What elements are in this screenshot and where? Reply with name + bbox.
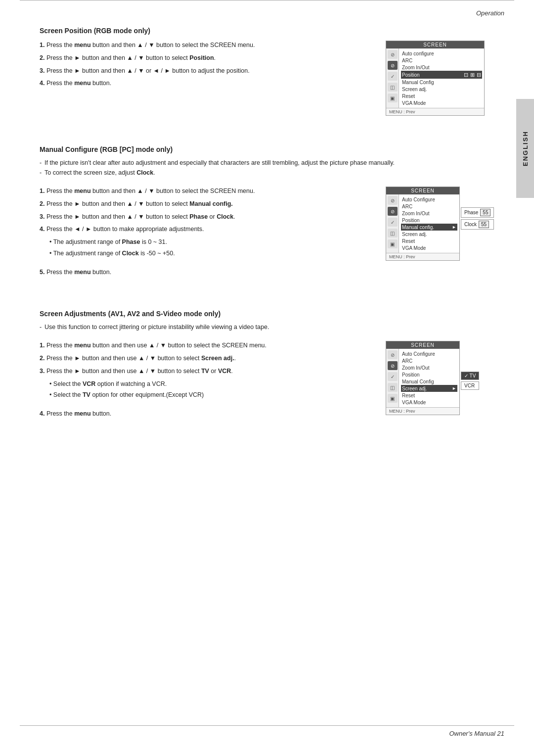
menu-2-submenu: Phase 55 Clock 55 bbox=[461, 187, 494, 261]
menu-1-body: ⊘ ⊘ ✓ ◫ ▣ Auto configure ARC Zoom In/Out bbox=[386, 48, 484, 108]
menu-3-item-vgamode: VGA Mode bbox=[401, 399, 457, 406]
menu-3-submenu: ✓ TV VCR bbox=[461, 341, 479, 415]
bottom-area: Owner's Manual 21 bbox=[0, 725, 534, 741]
icon-3-1: ⊘ bbox=[388, 350, 398, 359]
position-icons: ⊡ ⊞ ⊟ bbox=[464, 72, 481, 78]
submenu-tv: ✓ TV bbox=[461, 372, 479, 380]
icon-4: ◫ bbox=[388, 83, 398, 92]
menu-3-icons: ⊘ ⊘ ✓ ◫ ▣ bbox=[386, 349, 399, 407]
sub-step-2-2: The adjustment range of Clock is -50 ~ +… bbox=[49, 249, 371, 258]
section-2-body: 1. Press the menu button and then ▲ / ▼ … bbox=[40, 187, 494, 280]
icon-3-2: ⊘ bbox=[388, 361, 398, 370]
menu-item-arc: ARC bbox=[401, 57, 482, 64]
step-1-1: 1. Press the menu button and then ▲ / ▼ … bbox=[40, 41, 371, 50]
menu-diagram-2-inner: SCREEN ⊘ ⊘ ✓ ◫ ▣ Auto Conf bbox=[386, 187, 460, 261]
icon-3-5: ▣ bbox=[388, 394, 398, 403]
section-screen-position: Screen Position (RGB mode only) 1. Press… bbox=[40, 27, 494, 116]
menu-1-footer: MENU : Prev bbox=[386, 108, 484, 115]
icon-5: ▣ bbox=[388, 94, 398, 102]
icon-2-3: ✓ bbox=[388, 218, 398, 227]
menu-2-item-reset: Reset bbox=[401, 237, 457, 244]
menu-diagram-3-inner: SCREEN ⊘ ⊘ ✓ ◫ ▣ Auto Conf bbox=[386, 341, 460, 415]
section-1-body: 1. Press the menu button and then ▲ / ▼ … bbox=[40, 41, 494, 116]
step-2-2: 2. Press the ► button and then ▲ / ▼ but… bbox=[40, 199, 371, 209]
menu-diagram-2: SCREEN ⊘ ⊘ ✓ ◫ ▣ Auto Conf bbox=[386, 187, 494, 261]
header-title: Operation bbox=[476, 9, 504, 17]
icon-2-1: ⊘ bbox=[388, 196, 398, 205]
menu-2-item-manualconfig: Manual config. ► bbox=[401, 224, 457, 231]
menu-1-items: Auto configure ARC Zoom In/Out Position … bbox=[399, 48, 484, 108]
step-1-3: 3. Press the ► button and then ▲ / ▼ or … bbox=[40, 66, 371, 76]
section-2-steps: 1. Press the menu button and then ▲ / ▼ … bbox=[40, 187, 371, 280]
submenu-vcr: VCR bbox=[461, 381, 479, 390]
menu-3-body: ⊘ ⊘ ✓ ◫ ▣ Auto Configure ARC Zoom In/Out bbox=[386, 349, 459, 407]
sidebar-english-label: ENGLISH bbox=[516, 99, 534, 198]
menu-2-item-vgamode: VGA Mode bbox=[401, 244, 457, 251]
menu-1-icons: ⊘ ⊘ ✓ ◫ ▣ bbox=[386, 48, 399, 108]
sub-step-3-1: Select the VCR option if watching a VCR. bbox=[49, 379, 371, 389]
step-3-3: 3. Press the ► button and then use ▲ / ▼… bbox=[40, 367, 371, 376]
header: Operation bbox=[0, 4, 534, 17]
icon-3-4: ◫ bbox=[388, 383, 398, 392]
footer-text: Owner's Manual 21 bbox=[449, 730, 504, 737]
menu-3-footer: MENU : Prev bbox=[386, 407, 459, 415]
menu-2-item-position: Position bbox=[401, 217, 457, 224]
icon-2-4: ◫ bbox=[388, 229, 398, 237]
menu-2-item-arc: ARC bbox=[401, 203, 457, 210]
menu-item-position: Position ⊡ ⊞ ⊟ bbox=[401, 71, 482, 79]
icon-3-3: ✓ bbox=[388, 372, 398, 381]
menu-1-header: SCREEN bbox=[386, 41, 484, 48]
menu-3-item-screenadjust: Screen adj. ► bbox=[401, 385, 457, 392]
menu-item-reset: Reset bbox=[401, 93, 482, 99]
section-2-title: Manual Configure (RGB [PC] mode only) bbox=[40, 145, 494, 153]
menu-3-item-position: Position bbox=[401, 371, 457, 378]
step-2-1: 1. Press the menu button and then ▲ / ▼ … bbox=[40, 187, 371, 196]
menu-3-items: Auto Configure ARC Zoom In/Out Position … bbox=[399, 349, 459, 407]
menu-diagram-1: SCREEN ⊘ ⊘ ✓ ◫ ▣ Auto configure bbox=[386, 41, 494, 116]
section-2-note-1: If the picture isn't clear after auto ad… bbox=[40, 159, 494, 166]
section-1-title: Screen Position (RGB mode only) bbox=[40, 27, 494, 35]
section-3-steps: 1. Press the menu button and then use ▲ … bbox=[40, 341, 371, 422]
menu-2-header: SCREEN bbox=[386, 187, 459, 194]
menu-item-vgamode: VGA Mode bbox=[401, 99, 482, 106]
menu-2-item-screenadjust: Screen adj. bbox=[401, 231, 457, 237]
menu-item-autoconfigure: Auto configure bbox=[401, 50, 482, 57]
menu-3-item-reset: Reset bbox=[401, 392, 457, 399]
icon-1: ⊘ bbox=[388, 50, 398, 59]
icon-3: ✓ bbox=[388, 72, 398, 81]
top-rule bbox=[20, 0, 514, 4]
menu-3-item-zoom: Zoom In/Out bbox=[401, 364, 457, 371]
menu-diagram-2-flex: SCREEN ⊘ ⊘ ✓ ◫ ▣ Auto Conf bbox=[386, 187, 494, 261]
icon-2-5: ▣ bbox=[388, 239, 398, 248]
step-3-4: 4. Press the menu button. bbox=[40, 409, 371, 419]
menu-3-header: SCREEN bbox=[386, 341, 459, 349]
sub-step-2-1: The adjustment range of Phase is 0 ~ 31. bbox=[49, 237, 371, 247]
step-3-2: 2. Press the ► button and then use ▲ / ▼… bbox=[40, 354, 371, 363]
step-2-4: 4. Press the ◄ / ► button to make approp… bbox=[40, 225, 371, 234]
icon-2-2: ⊘ bbox=[388, 207, 398, 216]
menu-2-footer: MENU : Prev bbox=[386, 253, 459, 260]
menu-2-items: Auto Configure ARC Zoom In/Out Position … bbox=[399, 194, 459, 253]
menu-3-item-manualconfig: Manual Config bbox=[401, 378, 457, 385]
menu-2-icons: ⊘ ⊘ ✓ ◫ ▣ bbox=[386, 194, 399, 253]
section-3-note-1: Use this function to correct jittering o… bbox=[40, 324, 494, 331]
step-2-3: 3. Press the ► button and then ▲ / ▼ but… bbox=[40, 212, 371, 222]
menu-diagram-1-inner: SCREEN ⊘ ⊘ ✓ ◫ ▣ Auto configure bbox=[386, 41, 485, 116]
section-3-title: Screen Adjustments (AV1, AV2 and S-Video… bbox=[40, 310, 494, 318]
section-manual-configure: Manual Configure (RGB [PC] mode only) If… bbox=[40, 145, 494, 280]
section-screen-adjustments: Screen Adjustments (AV1, AV2 and S-Video… bbox=[40, 310, 494, 422]
menu-2-item-zoom: Zoom In/Out bbox=[401, 210, 457, 217]
section-2-note-2: To correct the screen size, adjust Clock… bbox=[40, 169, 494, 176]
menu-item-manualconfig: Manual Config bbox=[401, 79, 482, 86]
menu-item-zoominout: Zoom In/Out bbox=[401, 64, 482, 71]
section-3-body: 1. Press the menu button and then use ▲ … bbox=[40, 341, 494, 422]
section-1-steps: 1. Press the menu button and then ▲ / ▼ … bbox=[40, 41, 371, 92]
menu-diagram-3-flex: SCREEN ⊘ ⊘ ✓ ◫ ▣ Auto Conf bbox=[386, 341, 494, 415]
submenu-clock: Clock 55 bbox=[461, 219, 494, 230]
submenu-phase: Phase 55 bbox=[461, 207, 494, 218]
step-3-1: 1. Press the menu button and then use ▲ … bbox=[40, 341, 371, 350]
step-1-2: 2. Press the ► button and then ▲ / ▼ but… bbox=[40, 53, 371, 63]
sub-step-3-2: Select the TV option for other equipment… bbox=[49, 390, 371, 400]
menu-2-item-autoconfigure: Auto Configure bbox=[401, 196, 457, 203]
menu-3-item-autoconfigure: Auto Configure bbox=[401, 350, 457, 357]
